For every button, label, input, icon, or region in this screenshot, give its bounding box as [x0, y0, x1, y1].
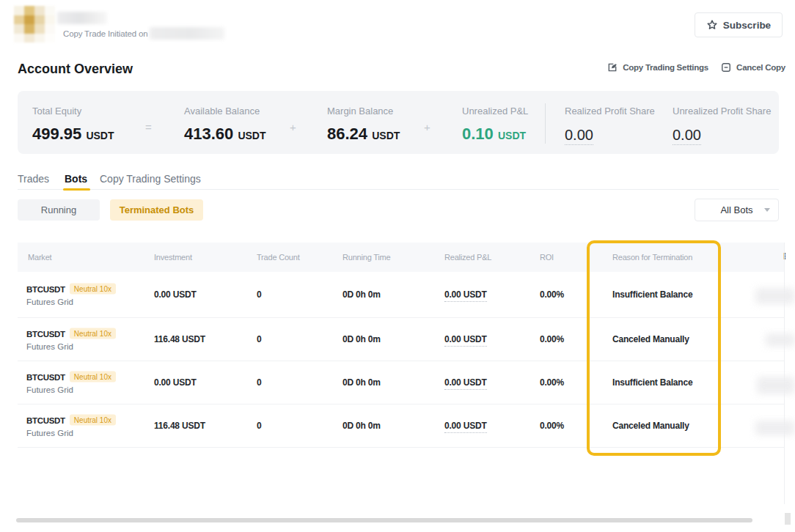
col-market: Market: [28, 253, 51, 262]
running-time-cell: 0D 0h 0m: [342, 334, 381, 344]
roi-cell: 0.00%: [540, 421, 564, 431]
investment-cell: 0.00 USDT: [154, 377, 197, 388]
page-title: Account Overview: [18, 62, 133, 77]
roi-cell: 0.00%: [540, 334, 564, 344]
leverage-badge: Neutral 10x: [70, 328, 116, 339]
roi-cell: 0.00%: [540, 289, 564, 300]
stat-label: Unrealized P&L: [462, 106, 528, 117]
market-cell: BTCUSDT Neutral 10x Futures Grid: [26, 328, 116, 351]
investment-cell: 116.48 USDT: [154, 421, 205, 431]
col-running-time: Running Time: [342, 253, 390, 262]
trade-count-cell: 0: [257, 289, 261, 300]
trade-count-cell: 0: [257, 334, 261, 344]
stat-value: 413.60: [184, 125, 233, 143]
cancel-copy-link[interactable]: Cancel Copy: [721, 62, 785, 73]
trader-avatar: [14, 6, 55, 43]
stats-divider: [545, 103, 546, 144]
col-realized-pnl: Realized P&L: [444, 253, 491, 262]
active-tab-underline: [63, 188, 90, 191]
col-trade-count: Trade Count: [257, 253, 300, 262]
market-symbol: BTCUSDT: [26, 372, 65, 381]
stat-label: Unrealized Profit Share: [673, 106, 771, 117]
tab-copy-trading-settings[interactable]: Copy Trading Settings: [100, 173, 201, 185]
col-roi: ROI: [540, 253, 554, 262]
stat-value: 0.00: [673, 127, 701, 145]
market-symbol: BTCUSDT: [26, 329, 65, 338]
minus-square-icon: [721, 62, 731, 73]
copy-trading-settings-label: Copy Trading Settings: [623, 63, 708, 72]
stat-unit: USDT: [372, 130, 400, 141]
market-cell: BTCUSDT Neutral 10x Futures Grid: [26, 284, 116, 306]
horizontal-scrollbar[interactable]: [16, 518, 752, 522]
copy-trade-initiated-label: Copy Trade Initiated on: [63, 29, 147, 38]
bot-type-dropdown-value: All Bots: [720, 204, 752, 215]
terminated-bots-filter-button[interactable]: Terminated Bots: [110, 199, 203, 221]
plus-operator: +: [424, 121, 431, 133]
equals-operator: =: [145, 121, 152, 133]
trade-count-cell: 0: [257, 421, 261, 431]
stat-unit: USDT: [86, 130, 114, 141]
leverage-badge: Neutral 10x: [70, 284, 116, 295]
cancel-copy-label: Cancel Copy: [736, 63, 785, 72]
market-symbol: BTCUSDT: [26, 284, 65, 293]
table-right-edge: [784, 243, 785, 504]
market-cell: BTCUSDT Neutral 10x Futures Grid: [26, 415, 116, 437]
investment-cell: 0.00 USDT: [154, 289, 197, 300]
realized-pnl-cell: 0.00 USDT: [444, 334, 487, 344]
running-time-cell: 0D 0h 0m: [342, 377, 381, 388]
running-time-cell: 0D 0h 0m: [342, 289, 381, 300]
plus-operator: +: [290, 121, 296, 133]
bot-type: Futures Grid: [26, 342, 116, 351]
stat-value: 0.10: [462, 125, 494, 143]
stat-unit: USDT: [238, 130, 265, 141]
scrollbar-corner: [785, 513, 791, 525]
col-investment: Investment: [154, 253, 192, 262]
realized-pnl-cell: 0.00 USDT: [444, 421, 487, 431]
stat-label: Margin Balance: [327, 106, 393, 117]
stat-label: Available Balance: [184, 106, 260, 117]
redacted-action: [757, 377, 795, 394]
realized-pnl-cell: 0.00 USDT: [444, 289, 487, 300]
bot-type: Futures Grid: [26, 298, 116, 306]
trade-count-cell: 0: [257, 377, 261, 388]
trader-name-redacted: [57, 12, 107, 24]
roi-cell: 0.00%: [540, 377, 564, 388]
market-cell: BTCUSDT Neutral 10x Futures Grid: [26, 372, 116, 394]
leverage-badge: Neutral 10x: [70, 372, 116, 383]
running-filter-button[interactable]: Running: [18, 199, 100, 221]
copy-trading-settings-link[interactable]: Copy Trading Settings: [607, 62, 708, 73]
leverage-badge: Neutral 10x: [70, 415, 116, 426]
redacted-action: [766, 333, 795, 347]
annotation-highlight-box: [587, 240, 721, 456]
tab-bots[interactable]: Bots: [65, 173, 87, 185]
edit-icon: [607, 62, 618, 73]
market-symbol: BTCUSDT: [26, 415, 65, 424]
initiated-date-redacted: [150, 27, 224, 40]
stat-value: 0.00: [565, 127, 593, 145]
investment-cell: 116.48 USDT: [154, 334, 205, 344]
stat-unit: USDT: [498, 130, 526, 141]
tab-bar: Trades Bots Copy Trading Settings: [18, 169, 779, 190]
bot-type: Futures Grid: [26, 385, 116, 394]
subscribe-button[interactable]: Subscribe: [695, 12, 783, 37]
redacted-action: [755, 421, 795, 435]
redacted-action: [755, 288, 795, 304]
stat-label: Total Equity: [32, 106, 81, 117]
subscribe-label: Subscribe: [723, 20, 771, 31]
bot-type: Futures Grid: [26, 429, 116, 437]
bot-type-dropdown[interactable]: All Bots: [695, 199, 779, 221]
tab-trades[interactable]: Trades: [18, 173, 49, 185]
stat-label: Realized Profit Share: [565, 106, 655, 117]
account-stats-bar: Total Equity 499.95 USDT = Available Bal…: [18, 91, 779, 154]
stat-value: 86.24: [327, 125, 367, 143]
running-time-cell: 0D 0h 0m: [342, 421, 381, 431]
realized-pnl-cell: 0.00 USDT: [444, 377, 487, 388]
stat-value: 499.95: [32, 125, 81, 143]
chevron-down-icon: [764, 208, 770, 212]
copy-trading-page: Copy Trade Initiated on Subscribe Accoun…: [0, 0, 795, 532]
star-icon: [706, 19, 718, 31]
